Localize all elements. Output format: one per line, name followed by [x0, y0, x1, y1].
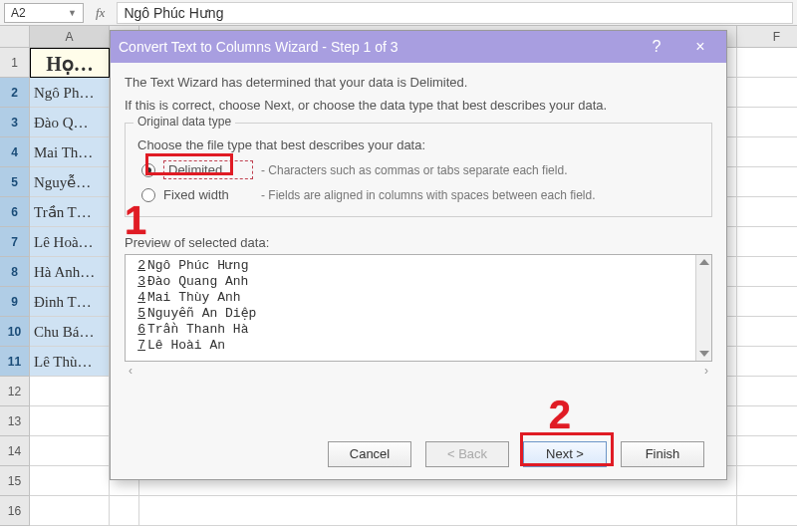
preview-label: Preview of selected data: — [125, 235, 712, 250]
row-header-4[interactable]: 4 — [0, 137, 30, 167]
cell-A2[interactable]: Ngô Ph… — [30, 78, 110, 108]
row-header-7[interactable]: 7 — [0, 227, 30, 257]
group-legend: Original data type — [133, 115, 235, 129]
row-header-3[interactable]: 3 — [0, 108, 30, 137]
radio-icon — [141, 188, 155, 202]
cell-A15[interactable] — [30, 466, 110, 496]
cell-A8[interactable]: Hà Anh… — [30, 257, 110, 287]
cell-F15[interactable] — [737, 466, 797, 496]
dialog-body: The Text Wizard has determined that your… — [111, 63, 726, 479]
cell-F7[interactable] — [737, 227, 797, 257]
radio-fixedwidth-desc: - Fields are aligned in columns with spa… — [261, 188, 596, 202]
cell-A12[interactable] — [30, 377, 110, 406]
preview-row-text: Đào Quang Anh — [147, 274, 248, 290]
formula-input[interactable]: Ngô Phúc Hưng — [117, 2, 793, 24]
cell-F10[interactable] — [737, 317, 797, 347]
next-button[interactable]: Next > — [523, 441, 607, 467]
original-data-type-group: Original data type Choose the file type … — [125, 123, 712, 217]
back-button: < Back — [425, 441, 509, 467]
preview-row: 4Mai Thùy Anh — [132, 290, 705, 306]
cell-A7[interactable]: Lê Hoà… — [30, 227, 110, 257]
column-header-A[interactable]: A — [30, 26, 110, 48]
row-header-16[interactable]: 16 — [0, 496, 30, 526]
radio-fixedwidth-label: Fixed width — [163, 187, 253, 202]
row-header-13[interactable]: 13 — [0, 406, 30, 436]
row-header-9[interactable]: 9 — [0, 287, 30, 317]
row-header-1[interactable]: 1 — [0, 48, 30, 78]
select-all-corner[interactable] — [0, 26, 30, 48]
radio-fixed-width[interactable]: Fixed width - Fields are aligned in colu… — [135, 183, 701, 206]
row-header-6[interactable]: 6 — [0, 197, 30, 227]
dialog-buttons: Cancel < Back Next > Finish — [125, 435, 712, 469]
cell-F3[interactable] — [737, 108, 797, 137]
preview-row: 5Nguyễn An Diệp — [132, 306, 705, 322]
cell-F5[interactable] — [737, 167, 797, 197]
preview-row-number: 7 — [132, 338, 145, 354]
radio-delimited-desc: - Characters such as commas or tabs sepa… — [261, 163, 567, 177]
preview-row-text: Nguyễn An Diệp — [147, 306, 256, 322]
row-header-10[interactable]: 10 — [0, 317, 30, 347]
preview-row: 6Trần Thanh Hà — [132, 322, 705, 338]
name-box-value: A2 — [11, 6, 26, 20]
cell-A4[interactable]: Mai Th… — [30, 137, 110, 167]
name-box[interactable]: A2 ▼ — [4, 3, 84, 23]
preview-row-text: Lê Hoài An — [147, 338, 225, 354]
dialog-titlebar[interactable]: Convert Text to Columns Wizard - Step 1 … — [111, 31, 726, 63]
row-header-11[interactable]: 11 — [0, 347, 30, 377]
cell-A11[interactable]: Lê Thù… — [30, 347, 110, 377]
preview-row: 2Ngô Phúc Hưng — [132, 258, 705, 274]
preview-row: 7Lê Hoài An — [132, 338, 705, 354]
cell-F8[interactable] — [737, 257, 797, 287]
preview-row: 3Đào Quang Anh — [132, 274, 705, 290]
cell-A3[interactable]: Đào Q… — [30, 108, 110, 137]
preview-box[interactable]: 2Ngô Phúc Hưng3Đào Quang Anh4Mai Thùy An… — [125, 254, 712, 362]
dialog-intro-2: If this is correct, choose Next, or choo… — [125, 98, 712, 113]
horizontal-scrollbar[interactable]: ‹ › — [125, 362, 712, 380]
row-header-2[interactable]: 2 — [0, 78, 30, 108]
preview-row-text: Trần Thanh Hà — [147, 322, 248, 338]
cell-A6[interactable]: Trần T… — [30, 197, 110, 227]
close-icon[interactable]: × — [682, 31, 718, 63]
cell-F9[interactable] — [737, 287, 797, 317]
dropdown-icon[interactable]: ▼ — [68, 8, 77, 18]
preview-row-number: 2 — [132, 258, 145, 274]
formula-bar: A2 ▼ fx Ngô Phúc Hưng — [0, 0, 797, 26]
row-header-15[interactable]: 15 — [0, 466, 30, 496]
row-header-14[interactable]: 14 — [0, 436, 30, 466]
cell-F4[interactable] — [737, 137, 797, 167]
finish-button[interactable]: Finish — [621, 441, 704, 467]
cell-A13[interactable] — [30, 406, 110, 436]
row-header-5[interactable]: 5 — [0, 167, 30, 197]
cell-A10[interactable]: Chu Bá… — [30, 317, 110, 347]
cell-F11[interactable] — [737, 347, 797, 377]
row-header-8[interactable]: 8 — [0, 257, 30, 287]
cell-A5[interactable]: Nguyễ… — [30, 167, 110, 197]
cell-F2[interactable] — [737, 78, 797, 108]
cell-F1[interactable] — [737, 48, 797, 78]
vertical-scrollbar[interactable] — [695, 255, 711, 361]
help-icon[interactable]: ? — [639, 31, 674, 63]
cell-B16[interactable] — [110, 496, 139, 526]
cell-F14[interactable] — [737, 436, 797, 466]
radio-delimited-label: Delimited — [163, 160, 253, 179]
radio-icon — [141, 163, 155, 177]
cell-A14[interactable] — [30, 436, 110, 466]
preview-row-number: 3 — [132, 274, 145, 290]
row-header-12[interactable]: 12 — [0, 377, 30, 406]
cell-F6[interactable] — [737, 197, 797, 227]
fx-icon[interactable]: fx — [90, 5, 111, 21]
radio-delimited[interactable]: Delimited - Characters such as commas or… — [135, 156, 701, 183]
dialog-intro-1: The Text Wizard has determined that your… — [125, 75, 712, 90]
cancel-button[interactable]: Cancel — [328, 441, 411, 467]
scroll-left-icon[interactable]: ‹ — [129, 364, 133, 378]
scroll-right-icon[interactable]: › — [704, 364, 708, 378]
preview-row-number: 5 — [132, 306, 145, 322]
cell-A1[interactable]: Họ… — [30, 48, 110, 78]
cell-F16[interactable] — [737, 496, 797, 526]
cell-F12[interactable] — [737, 377, 797, 406]
cell-A9[interactable]: Đinh T… — [30, 287, 110, 317]
table-row — [30, 496, 797, 526]
cell-F13[interactable] — [737, 406, 797, 436]
column-header-F[interactable]: F — [737, 26, 797, 48]
cell-A16[interactable] — [30, 496, 110, 526]
